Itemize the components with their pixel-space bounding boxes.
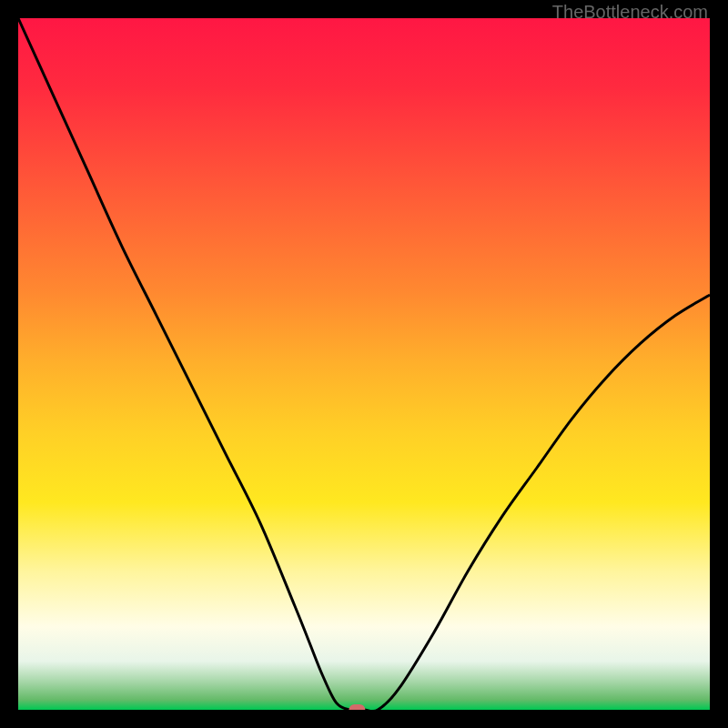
plot-area [18,18,710,710]
chart-svg [18,18,710,710]
chart-container: TheBottleneck.com [0,0,728,728]
gradient-background [18,18,710,710]
watermark-text: TheBottleneck.com [552,2,708,23]
